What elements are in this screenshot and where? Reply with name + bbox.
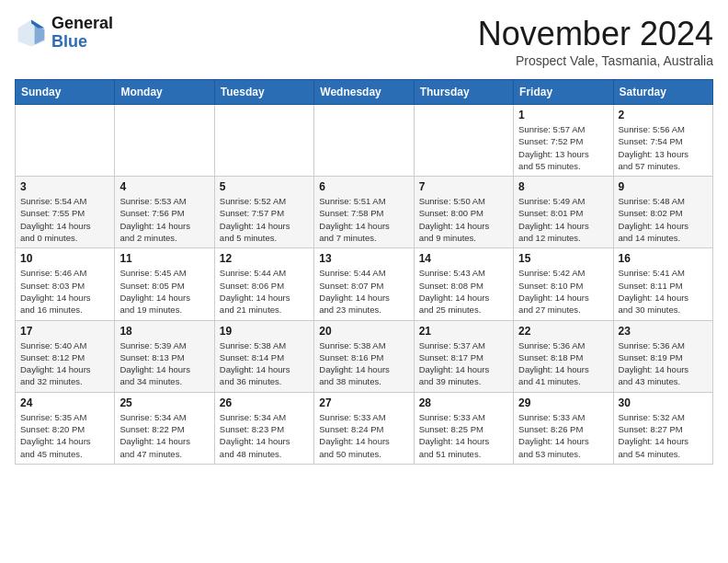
calendar-cell <box>414 105 513 177</box>
day-number: 21 <box>419 325 508 338</box>
day-info: Sunrise: 5:36 AM Sunset: 8:19 PM Dayligh… <box>619 339 708 388</box>
weekday-header-wednesday: Wednesday <box>314 80 414 105</box>
calendar-cell: 21Sunrise: 5:37 AM Sunset: 8:17 PM Dayli… <box>414 320 513 392</box>
calendar-cell: 11Sunrise: 5:45 AM Sunset: 8:05 PM Dayli… <box>115 248 214 320</box>
calendar-cell: 12Sunrise: 5:44 AM Sunset: 8:06 PM Dayli… <box>214 248 313 320</box>
day-info: Sunrise: 5:44 AM Sunset: 8:06 PM Dayligh… <box>220 267 309 316</box>
week-row-1: 1Sunrise: 5:57 AM Sunset: 7:52 PM Daylig… <box>16 105 713 177</box>
weekday-header-friday: Friday <box>514 80 613 105</box>
month-title: November 2024 <box>478 15 713 53</box>
day-number: 7 <box>419 180 508 193</box>
day-info: Sunrise: 5:32 AM Sunset: 8:27 PM Dayligh… <box>619 411 708 460</box>
calendar-cell: 13Sunrise: 5:44 AM Sunset: 8:07 PM Dayli… <box>314 248 414 320</box>
calendar-cell <box>115 105 214 177</box>
calendar-cell: 18Sunrise: 5:39 AM Sunset: 8:13 PM Dayli… <box>115 320 214 392</box>
day-info: Sunrise: 5:33 AM Sunset: 8:24 PM Dayligh… <box>319 411 408 460</box>
day-number: 28 <box>419 396 508 409</box>
day-number: 19 <box>220 325 309 338</box>
calendar-cell: 9Sunrise: 5:48 AM Sunset: 8:02 PM Daylig… <box>613 177 712 248</box>
weekday-header-tuesday: Tuesday <box>214 80 313 105</box>
day-info: Sunrise: 5:48 AM Sunset: 8:02 PM Dayligh… <box>619 195 708 244</box>
calendar-cell: 2Sunrise: 5:56 AM Sunset: 7:54 PM Daylig… <box>613 105 712 177</box>
calendar-cell: 28Sunrise: 5:33 AM Sunset: 8:25 PM Dayli… <box>414 392 513 464</box>
day-info: Sunrise: 5:54 AM Sunset: 7:55 PM Dayligh… <box>20 195 109 244</box>
day-info: Sunrise: 5:45 AM Sunset: 8:05 PM Dayligh… <box>119 267 209 316</box>
calendar-cell: 16Sunrise: 5:41 AM Sunset: 8:11 PM Dayli… <box>613 248 712 320</box>
calendar-cell: 19Sunrise: 5:38 AM Sunset: 8:14 PM Dayli… <box>214 320 313 392</box>
calendar-cell: 24Sunrise: 5:35 AM Sunset: 8:20 PM Dayli… <box>16 392 115 464</box>
logo: General Blue <box>15 15 113 52</box>
day-number: 13 <box>319 252 408 265</box>
calendar-cell: 7Sunrise: 5:50 AM Sunset: 8:00 PM Daylig… <box>414 177 513 248</box>
location-subtitle: Prospect Vale, Tasmania, Australia <box>478 53 713 68</box>
day-number: 2 <box>619 109 708 121</box>
logo-icon <box>15 17 48 50</box>
day-number: 1 <box>518 109 608 121</box>
weekday-header-row: SundayMondayTuesdayWednesdayThursdayFrid… <box>16 80 713 105</box>
day-number: 12 <box>220 252 309 265</box>
day-number: 29 <box>518 396 608 409</box>
day-info: Sunrise: 5:56 AM Sunset: 7:54 PM Dayligh… <box>619 123 708 172</box>
calendar-cell: 4Sunrise: 5:53 AM Sunset: 7:56 PM Daylig… <box>115 177 214 248</box>
week-row-4: 17Sunrise: 5:40 AM Sunset: 8:12 PM Dayli… <box>16 320 713 392</box>
calendar-cell: 6Sunrise: 5:51 AM Sunset: 7:58 PM Daylig… <box>314 177 414 248</box>
calendar-cell: 25Sunrise: 5:34 AM Sunset: 8:22 PM Dayli… <box>115 392 214 464</box>
calendar-cell: 23Sunrise: 5:36 AM Sunset: 8:19 PM Dayli… <box>613 320 712 392</box>
day-info: Sunrise: 5:37 AM Sunset: 8:17 PM Dayligh… <box>419 339 508 388</box>
day-info: Sunrise: 5:44 AM Sunset: 8:07 PM Dayligh… <box>319 267 408 316</box>
day-number: 6 <box>319 180 408 193</box>
weekday-header-saturday: Saturday <box>613 80 712 105</box>
day-number: 26 <box>220 396 309 409</box>
header: General Blue November 2024 Prospect Vale… <box>15 15 713 68</box>
calendar-cell: 14Sunrise: 5:43 AM Sunset: 8:08 PM Dayli… <box>414 248 513 320</box>
day-number: 4 <box>119 180 209 193</box>
day-number: 24 <box>20 396 109 409</box>
calendar-cell: 1Sunrise: 5:57 AM Sunset: 7:52 PM Daylig… <box>514 105 613 177</box>
day-number: 16 <box>619 252 708 265</box>
day-number: 14 <box>419 252 508 265</box>
logo-text: General Blue <box>51 15 113 52</box>
day-number: 8 <box>518 180 608 193</box>
calendar-cell: 15Sunrise: 5:42 AM Sunset: 8:10 PM Dayli… <box>514 248 613 320</box>
day-info: Sunrise: 5:57 AM Sunset: 7:52 PM Dayligh… <box>518 123 608 172</box>
day-number: 17 <box>20 325 109 338</box>
calendar-cell: 26Sunrise: 5:34 AM Sunset: 8:23 PM Dayli… <box>214 392 313 464</box>
day-info: Sunrise: 5:42 AM Sunset: 8:10 PM Dayligh… <box>518 267 608 316</box>
weekday-header-thursday: Thursday <box>414 80 513 105</box>
calendar-cell: 29Sunrise: 5:33 AM Sunset: 8:26 PM Dayli… <box>514 392 613 464</box>
day-number: 20 <box>319 325 408 338</box>
day-info: Sunrise: 5:46 AM Sunset: 8:03 PM Dayligh… <box>20 267 109 316</box>
day-info: Sunrise: 5:34 AM Sunset: 8:22 PM Dayligh… <box>119 411 209 460</box>
calendar-cell: 17Sunrise: 5:40 AM Sunset: 8:12 PM Dayli… <box>16 320 115 392</box>
calendar-body: 1Sunrise: 5:57 AM Sunset: 7:52 PM Daylig… <box>16 105 713 465</box>
day-info: Sunrise: 5:53 AM Sunset: 7:56 PM Dayligh… <box>119 195 209 244</box>
weekday-header-monday: Monday <box>115 80 214 105</box>
day-info: Sunrise: 5:34 AM Sunset: 8:23 PM Dayligh… <box>220 411 309 460</box>
calendar: SundayMondayTuesdayWednesdayThursdayFrid… <box>15 79 713 465</box>
day-info: Sunrise: 5:43 AM Sunset: 8:08 PM Dayligh… <box>419 267 508 316</box>
day-info: Sunrise: 5:36 AM Sunset: 8:18 PM Dayligh… <box>518 339 608 388</box>
day-info: Sunrise: 5:38 AM Sunset: 8:16 PM Dayligh… <box>319 339 408 388</box>
day-info: Sunrise: 5:49 AM Sunset: 8:01 PM Dayligh… <box>518 195 608 244</box>
week-row-2: 3Sunrise: 5:54 AM Sunset: 7:55 PM Daylig… <box>16 177 713 248</box>
day-number: 3 <box>20 180 109 193</box>
calendar-cell: 27Sunrise: 5:33 AM Sunset: 8:24 PM Dayli… <box>314 392 414 464</box>
day-number: 11 <box>119 252 209 265</box>
calendar-cell: 22Sunrise: 5:36 AM Sunset: 8:18 PM Dayli… <box>514 320 613 392</box>
day-info: Sunrise: 5:33 AM Sunset: 8:26 PM Dayligh… <box>518 411 608 460</box>
day-info: Sunrise: 5:35 AM Sunset: 8:20 PM Dayligh… <box>20 411 109 460</box>
day-number: 25 <box>119 396 209 409</box>
calendar-cell: 3Sunrise: 5:54 AM Sunset: 7:55 PM Daylig… <box>16 177 115 248</box>
calendar-cell: 10Sunrise: 5:46 AM Sunset: 8:03 PM Dayli… <box>16 248 115 320</box>
calendar-cell <box>16 105 115 177</box>
day-number: 9 <box>619 180 708 193</box>
calendar-cell <box>214 105 313 177</box>
title-area: November 2024 Prospect Vale, Tasmania, A… <box>478 15 713 68</box>
day-number: 15 <box>518 252 608 265</box>
day-info: Sunrise: 5:39 AM Sunset: 8:13 PM Dayligh… <box>119 339 209 388</box>
day-number: 23 <box>619 325 708 338</box>
day-info: Sunrise: 5:52 AM Sunset: 7:57 PM Dayligh… <box>220 195 309 244</box>
calendar-cell: 30Sunrise: 5:32 AM Sunset: 8:27 PM Dayli… <box>613 392 712 464</box>
week-row-3: 10Sunrise: 5:46 AM Sunset: 8:03 PM Dayli… <box>16 248 713 320</box>
day-number: 5 <box>220 180 309 193</box>
